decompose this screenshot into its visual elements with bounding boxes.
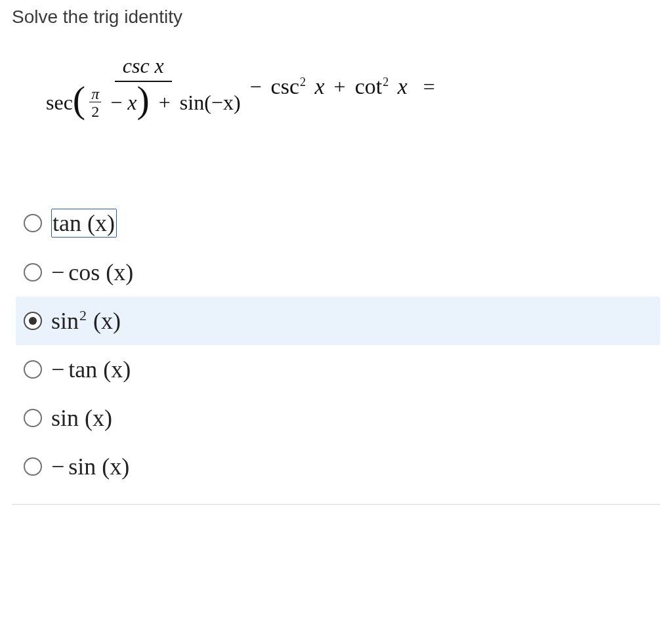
option-label: −tan (x) — [51, 356, 131, 383]
open-paren-icon: ( — [73, 89, 85, 112]
option-tan[interactable]: tan (x) — [16, 198, 660, 248]
main-fraction: csc x sec ( π 2 − x ) + sin (−x) — [46, 54, 241, 119]
plus-operator: + — [334, 75, 346, 99]
option-sin[interactable]: sin (x) — [16, 394, 660, 442]
radio-button[interactable] — [24, 312, 42, 330]
focused-label: tan (x) — [51, 209, 117, 238]
option-neg-sin[interactable]: −sin (x) — [16, 442, 660, 491]
equation-block: csc x sec ( π 2 − x ) + sin (−x) — [46, 54, 660, 172]
divider — [12, 504, 660, 505]
radio-button[interactable] — [24, 360, 42, 379]
radio-dot-icon — [29, 317, 37, 325]
radio-button[interactable] — [24, 409, 42, 427]
option-sin-squared[interactable]: sin2 (x) — [16, 297, 660, 345]
minus-operator: − — [250, 75, 262, 99]
option-neg-tan[interactable]: −tan (x) — [16, 345, 660, 394]
option-label: tan (x) — [51, 209, 117, 238]
option-label: sin (x) — [51, 404, 112, 432]
cot-squared: cot2 x — [355, 74, 408, 99]
question-title: Solve the trig identity — [12, 7, 660, 28]
answer-options: tan (x) −cos (x) sin2 (x) −tan (x) — [16, 198, 660, 491]
radio-button[interactable] — [24, 214, 42, 232]
radio-button[interactable] — [24, 457, 42, 476]
fraction-denominator: sec ( π 2 − x ) + sin (−x) — [46, 82, 241, 119]
option-neg-cos[interactable]: −cos (x) — [16, 248, 660, 297]
close-paren-icon: ) — [136, 89, 149, 112]
option-label: −sin (x) — [51, 453, 129, 480]
pi-over-two: π 2 — [89, 86, 101, 119]
radio-button[interactable] — [24, 263, 42, 282]
option-label: −cos (x) — [51, 259, 133, 286]
option-label: sin2 (x) — [51, 307, 121, 335]
equals-sign: = — [423, 75, 435, 99]
question-page: Solve the trig identity csc x sec ( π 2 … — [0, 0, 672, 518]
csc-squared: csc2 x — [271, 74, 325, 99]
